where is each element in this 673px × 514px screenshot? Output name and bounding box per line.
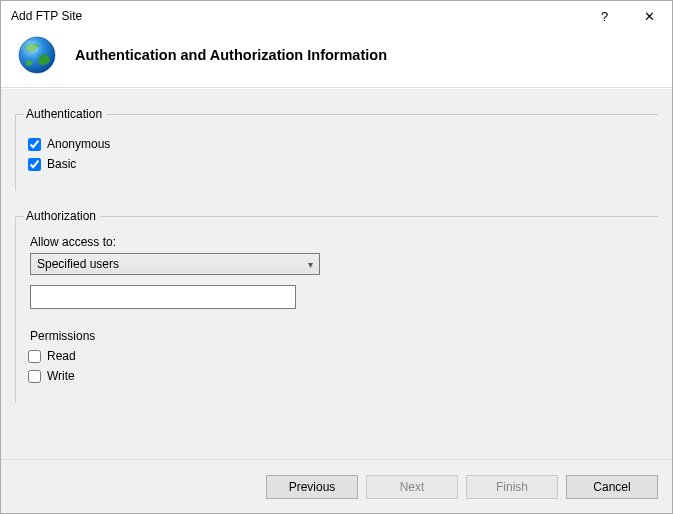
page-heading: Authentication and Authorization Informa… — [75, 47, 387, 63]
globe-icon — [17, 35, 57, 75]
users-input[interactable] — [30, 285, 296, 309]
anonymous-row: Anonymous — [28, 137, 646, 151]
write-row: Write — [28, 369, 646, 383]
permissions-label: Permissions — [30, 329, 646, 343]
close-icon: ✕ — [644, 9, 655, 24]
allow-access-select[interactable]: Specified users ▾ — [30, 253, 320, 275]
anonymous-checkbox[interactable] — [28, 138, 41, 151]
titlebar: Add FTP Site ? ✕ — [1, 1, 672, 31]
help-icon: ? — [601, 9, 608, 24]
authentication-legend: Authentication — [24, 107, 106, 121]
write-label: Write — [47, 369, 75, 383]
wizard-header: Authentication and Authorization Informa… — [1, 31, 672, 88]
svg-point-1 — [26, 44, 38, 52]
finish-button[interactable]: Finish — [466, 475, 558, 499]
previous-button[interactable]: Previous — [266, 475, 358, 499]
authorization-group: Authorization Allow access to: Specified… — [15, 209, 658, 403]
svg-point-0 — [19, 37, 55, 73]
help-button[interactable]: ? — [582, 1, 627, 31]
basic-label: Basic — [47, 157, 76, 171]
anonymous-label: Anonymous — [47, 137, 110, 151]
basic-checkbox[interactable] — [28, 158, 41, 171]
authentication-group: Authentication Anonymous Basic — [15, 107, 658, 191]
cancel-button[interactable]: Cancel — [566, 475, 658, 499]
close-button[interactable]: ✕ — [627, 1, 672, 31]
read-row: Read — [28, 349, 646, 363]
read-label: Read — [47, 349, 76, 363]
basic-row: Basic — [28, 157, 646, 171]
allow-access-value: Specified users — [37, 257, 119, 271]
window-title: Add FTP Site — [11, 9, 582, 23]
next-button[interactable]: Next — [366, 475, 458, 499]
write-checkbox[interactable] — [28, 370, 41, 383]
wizard-footer: Previous Next Finish Cancel — [1, 459, 672, 513]
chevron-down-icon: ▾ — [308, 259, 313, 270]
allow-access-label: Allow access to: — [30, 235, 646, 249]
authorization-legend: Authorization — [24, 209, 100, 223]
content-area: Authentication Anonymous Basic Authoriza… — [1, 88, 672, 459]
read-checkbox[interactable] — [28, 350, 41, 363]
